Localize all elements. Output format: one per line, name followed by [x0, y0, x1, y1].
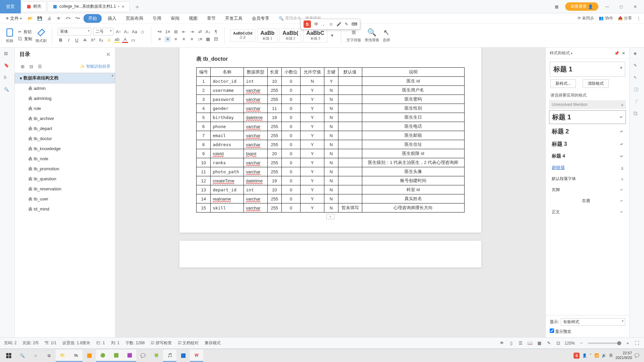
shell-tab[interactable]: 稻壳 [21, 1, 46, 12]
web-view-icon[interactable]: ▦ [536, 340, 542, 346]
table-cell[interactable]: varchar [244, 95, 267, 104]
table-cell[interactable]: N [301, 77, 324, 86]
pin-icon[interactable]: 📌 [614, 51, 619, 56]
volume-icon[interactable]: 🔊 [602, 353, 606, 358]
read-view-icon[interactable]: 📖 [527, 340, 533, 346]
status-col[interactable]: 列: 1 [111, 340, 119, 346]
change-case-icon[interactable]: Aa [131, 29, 138, 35]
fullscreen-icon[interactable]: ⛶ [634, 340, 640, 346]
table-cell[interactable]: 255 [267, 95, 281, 104]
show-marks-icon[interactable]: ¶ [213, 29, 219, 35]
table-cell[interactable]: 0 [281, 122, 300, 131]
draw-icon[interactable]: ✎ [546, 340, 552, 346]
highlight-icon[interactable]: ab [114, 37, 120, 43]
table-cell[interactable] [338, 86, 362, 95]
table-cell[interactable]: Y [301, 131, 324, 140]
ime-toolbar[interactable]: S 中 ， ☺ 🎤 ✎ ⌨ [301, 19, 360, 29]
italic-icon[interactable]: I [66, 37, 72, 43]
align-left-icon[interactable]: ≡ [157, 36, 163, 42]
nav-item[interactable]: 表 tb_promotion [15, 164, 115, 174]
table-cell[interactable]: roleId [211, 149, 244, 158]
wifi-icon[interactable]: 📶 [594, 353, 599, 358]
table-cell[interactable]: varchar [244, 158, 267, 167]
table-cell[interactable]: N [324, 122, 338, 131]
style-item[interactable]: 标题 1↵ [549, 110, 626, 124]
table-cell[interactable]: doctor_id [211, 77, 244, 86]
file-menu[interactable]: ≡文件▾ [3, 14, 24, 23]
table-cell[interactable]: 医生住址 [362, 140, 464, 149]
numbering-icon[interactable]: 1≡ [165, 29, 171, 35]
table-cell[interactable]: 医生密码 [362, 95, 464, 104]
table-cell[interactable]: 0 [281, 185, 300, 194]
undo-icon[interactable]: ↶▾ [65, 15, 71, 22]
ime-lang-tray[interactable]: 英 [609, 353, 613, 358]
table-cell[interactable]: photo_path [211, 167, 244, 176]
table-cell[interactable]: N [324, 86, 338, 95]
table-cell[interactable] [338, 95, 362, 104]
table-cell[interactable]: N [324, 194, 338, 203]
preview-icon[interactable]: 👁 [55, 15, 62, 22]
table-cell[interactable]: Y [301, 185, 324, 194]
table-cell[interactable]: 1 [197, 77, 211, 86]
login-badge[interactable]: 访客登录 👤 [565, 2, 598, 11]
table-cell[interactable]: N [324, 113, 338, 122]
nav-item[interactable]: 表 tb_user [15, 194, 115, 204]
start-button[interactable] [2, 350, 15, 362]
table-cell[interactable]: Y [301, 122, 324, 131]
size-select[interactable]: 二号 [93, 28, 113, 36]
diamond-icon[interactable]: ◈ [634, 51, 640, 58]
help-icon[interactable]: ❔ [634, 99, 640, 106]
menu-section[interactable]: 章节 [204, 14, 219, 23]
style-item[interactable]: 超链接a [549, 163, 626, 173]
clear-format-icon[interactable]: ◇ [140, 29, 146, 35]
nav-item[interactable]: 表 tb_note [15, 154, 115, 164]
shading-icon[interactable]: ▦ [205, 36, 211, 42]
menu-view[interactable]: 视图 [185, 14, 201, 23]
table-cell[interactable]: 13 [197, 185, 211, 194]
table-cell[interactable] [338, 167, 362, 176]
table-cell[interactable]: 0 [281, 158, 300, 167]
table-cell[interactable]: N [324, 203, 338, 213]
table-cell[interactable] [338, 131, 362, 140]
align-justify-icon[interactable]: ≡ [181, 36, 187, 42]
sort-icon[interactable]: A↓ [205, 29, 211, 35]
table-cell[interactable] [338, 185, 362, 194]
style-item[interactable]: 正文↵ [549, 207, 626, 217]
edge-icon[interactable]: 🟦 [176, 350, 190, 362]
table-cell[interactable]: address [211, 140, 244, 149]
table-cell[interactable] [338, 194, 362, 203]
bold-icon[interactable]: B [58, 37, 64, 43]
ime-punct[interactable]: ， [322, 21, 326, 27]
groove-icon[interactable]: 🎵 [163, 350, 176, 362]
table-cell[interactable]: 医生邮箱 [362, 131, 464, 140]
table-cell[interactable]: varchar [244, 140, 267, 149]
table-cell[interactable]: ranks [211, 158, 244, 167]
superscript-icon[interactable]: X² [90, 37, 96, 43]
table-cell[interactable] [338, 140, 362, 149]
nav-item[interactable]: 表 tb_reservation [15, 184, 115, 194]
tab-icon[interactable]: ⇄ [197, 29, 203, 35]
clock[interactable]: 22:572021/9/20 [615, 351, 632, 360]
app-orange-icon[interactable]: 🟧 [83, 350, 96, 362]
table-cell[interactable]: 2 [197, 86, 211, 95]
nav-close-icon[interactable]: ✕ [106, 51, 110, 58]
table-cell[interactable]: 暂未填写 [338, 203, 362, 213]
table-cell[interactable]: realname [211, 194, 244, 203]
status-line[interactable]: 行: 1 [96, 340, 105, 346]
excel-icon[interactable]: 🟩 [109, 350, 123, 362]
store-icon[interactable]: 🛍 [69, 350, 83, 362]
menu-insert[interactable]: 插入 [104, 14, 120, 23]
table-cell[interactable]: varchar [244, 131, 267, 140]
style-item[interactable]: 标题 2↵ [549, 125, 626, 137]
style-item[interactable]: 标题 4↵ [549, 151, 626, 161]
keyboard-icon[interactable]: ⌨ [352, 22, 357, 26]
underline-icon[interactable]: U [74, 37, 80, 43]
table-cell[interactable] [338, 104, 362, 113]
new-style-button[interactable]: 新样式... [550, 79, 576, 88]
clear-format-button[interactable]: 清除格式 [583, 79, 609, 88]
table-cell[interactable]: Y [301, 149, 324, 158]
nav-item[interactable]: 表 tb_depart [15, 124, 115, 134]
table-cell[interactable]: datetime [244, 176, 267, 185]
nav-item[interactable]: 表 adminlog [15, 94, 115, 104]
table-cell[interactable] [338, 149, 362, 158]
